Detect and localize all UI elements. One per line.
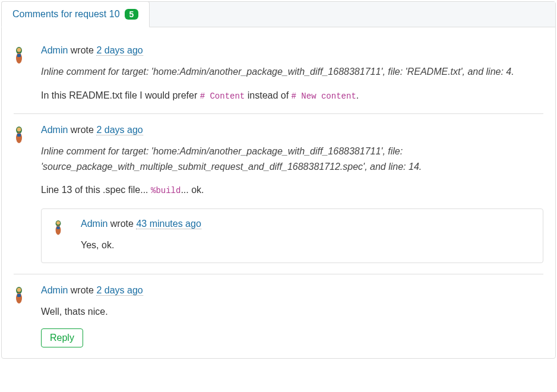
comment: Admin wrote 2 days ago Well, thats nice.… — [14, 274, 543, 359]
comments-count-badge: 5 — [125, 9, 139, 20]
svg-rect-3 — [17, 54, 21, 57]
text-part: In this README.txt file I would prefer — [41, 90, 200, 100]
comment-text: Yes, ok. — [81, 238, 531, 253]
author-link[interactable]: Admin — [41, 125, 68, 135]
wrote-label: wrote — [71, 285, 94, 295]
comment-body: Admin wrote 2 days ago Well, thats nice.… — [41, 285, 543, 348]
ctx-suffix: ', and line: — [460, 67, 506, 77]
timestamp[interactable]: 43 minutes ago — [136, 219, 201, 229]
svg-point-1 — [17, 48, 21, 52]
ctx-file: source_package_with_multiple_submit_requ… — [43, 162, 363, 172]
comments-content: Admin wrote 2 days ago Inline comment fo… — [2, 27, 555, 358]
tab-label: Comments for request 10 — [12, 9, 120, 20]
comment-meta: Admin wrote 2 days ago — [41, 45, 543, 56]
avatar — [53, 220, 68, 253]
code-snippet: # Content — [200, 91, 245, 101]
ctx-file: README.txt — [407, 67, 461, 77]
svg-rect-7 — [17, 134, 21, 137]
timestamp[interactable]: 2 days ago — [96, 285, 143, 296]
comments-panel: Comments for request 10 5 Admin wrote 2 … — [1, 1, 556, 359]
ctx-prefix: Inline comment for target: ' — [41, 146, 153, 156]
comment-text: Line 13 of this .spec file... %build... … — [41, 182, 543, 198]
text-part: . — [356, 90, 359, 100]
nested-reply: Admin wrote 43 minutes ago Yes, ok. — [41, 208, 543, 263]
comment-text: Well, thats nice. — [41, 304, 543, 320]
comment: Admin wrote 2 days ago Inline comment fo… — [14, 113, 543, 273]
svg-rect-11 — [56, 226, 59, 229]
ctx-prefix: Inline comment for target: ' — [41, 67, 153, 77]
text-part: ... ok. — [181, 185, 204, 195]
code-snippet: # New content — [292, 91, 356, 101]
wrote-label: wrote — [71, 45, 94, 55]
text-part: instead of — [245, 90, 291, 100]
inline-comment-context: Inline comment for target: 'home:Admin/a… — [41, 64, 543, 80]
ctx-end: . — [511, 67, 514, 77]
avatar — [14, 126, 28, 263]
timestamp[interactable]: 2 days ago — [96, 125, 143, 135]
avatar — [14, 46, 28, 103]
comment-meta: Admin wrote 43 minutes ago — [81, 219, 531, 229]
svg-rect-15 — [17, 294, 21, 297]
wrote-label: wrote — [71, 125, 94, 135]
comment-body: Admin wrote 2 days ago Inline comment fo… — [41, 45, 543, 103]
timestamp[interactable]: 2 days ago — [96, 45, 143, 56]
ctx-end: . — [419, 162, 422, 172]
comment-body: Admin wrote 2 days ago Inline comment fo… — [41, 125, 543, 263]
author-link[interactable]: Admin — [81, 219, 107, 229]
code-snippet: %build — [151, 186, 181, 195]
author-link[interactable]: Admin — [41, 45, 68, 55]
svg-point-9 — [56, 221, 60, 225]
ctx-line: 14 — [409, 162, 419, 172]
comment-text: In this README.txt file I would prefer #… — [41, 88, 543, 103]
ctx-line: 4 — [506, 67, 511, 77]
comment-meta: Admin wrote 2 days ago — [41, 125, 543, 135]
inline-comment-context: Inline comment for target: 'home:Admin/a… — [41, 144, 543, 174]
svg-point-5 — [17, 128, 21, 132]
svg-point-13 — [17, 287, 21, 292]
ctx-target: home:Admin/another_package_with_diff_168… — [153, 146, 381, 156]
avatar — [14, 286, 28, 348]
tab-bar: Comments for request 10 5 — [2, 2, 555, 27]
reply-body: Admin wrote 43 minutes ago Yes, ok. — [81, 219, 531, 253]
comment-meta: Admin wrote 2 days ago — [41, 285, 543, 296]
ctx-suffix: ', and line: — [363, 162, 409, 172]
ctx-target: home:Admin/another_package_with_diff_168… — [153, 67, 381, 77]
ctx-mid: ', file: ' — [381, 67, 407, 77]
text-part: Line 13 of this .spec file... — [41, 185, 151, 195]
comment: Admin wrote 2 days ago Inline comment fo… — [14, 39, 543, 113]
tab-comments[interactable]: Comments for request 10 5 — [1, 1, 150, 27]
author-link[interactable]: Admin — [41, 285, 68, 295]
reply-button[interactable]: Reply — [41, 328, 83, 347]
wrote-label: wrote — [110, 219, 134, 229]
